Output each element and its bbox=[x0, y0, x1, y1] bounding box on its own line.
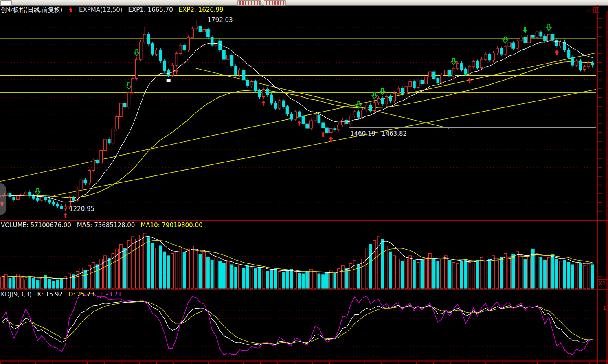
kdj-d-readout: D: 25.73 bbox=[68, 291, 94, 298]
volume-header-row: VOLUME: 57100676.00 MA5: 75685128.00 MA1… bbox=[1, 221, 206, 229]
chart-corner-tools: ◇ bbox=[587, 7, 599, 13]
kdj-axis-label: 1 bbox=[603, 305, 606, 311]
trend-up-arrow-icon bbox=[68, 6, 73, 13]
volume-readout: VOLUME: 57100676.00 bbox=[1, 221, 71, 229]
panel-expand-handle[interactable] bbox=[0, 183, 6, 215]
low-price-annotation: 1220.95 bbox=[69, 205, 94, 213]
volume-ma10-readout: MA10: 79019800.00 bbox=[140, 221, 202, 229]
chart-header-row: 创业板指(日线.前复权) EXPMA(12,50) EXP1: 1665.70 … bbox=[1, 6, 227, 14]
volume-ma5-readout: MA5: 75685128.00 bbox=[77, 221, 135, 229]
peak-price-annotation: ~1792.03 bbox=[202, 16, 233, 24]
gap-price-annotation: 1460.19 - 1463.82 bbox=[350, 130, 407, 137]
trading-app-window: 创业板指(日线.前复权) EXPMA(12,50) EXP1: 1665.70 … bbox=[0, 0, 608, 364]
menu-toolbar bbox=[0, 0, 608, 6]
volume-panel[interactable] bbox=[0, 221, 608, 289]
kdj-header-row: KDJ(9,3,3) K: 15.92 D: 25.73 J: -3.71 bbox=[1, 291, 125, 298]
exp1-readout: EXP1: 1665.70 bbox=[128, 6, 173, 13]
instrument-title: 创业板指(日线.前复权) bbox=[1, 6, 62, 13]
indicator-name: EXPMA(12,50) bbox=[79, 6, 123, 13]
volume-axis-label: X1 bbox=[599, 280, 606, 286]
split-pane-icon[interactable] bbox=[593, 7, 599, 13]
kdj-j-readout: J: -3.71 bbox=[100, 291, 122, 298]
exp2-readout: EXP2: 1626.99 bbox=[178, 6, 223, 13]
kdj-formula-label: KDJ(9,3,3) bbox=[1, 291, 32, 298]
kdj-k-readout: K: 15.92 bbox=[37, 291, 63, 298]
kdj-panel[interactable] bbox=[0, 290, 608, 364]
diamond-marker-icon[interactable]: ◇ bbox=[587, 7, 591, 13]
main-chart-panel[interactable] bbox=[0, 5, 608, 220]
